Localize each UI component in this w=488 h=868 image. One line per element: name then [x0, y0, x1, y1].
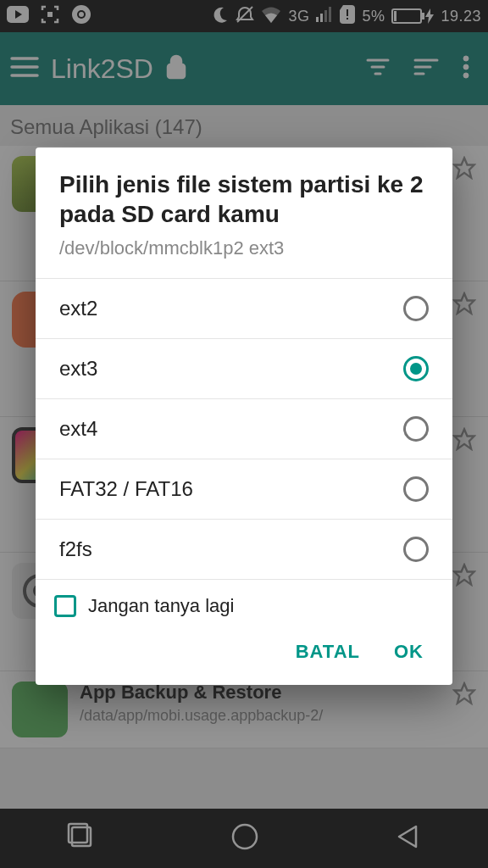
- option-fat[interactable]: FAT32 / FAT16: [36, 459, 452, 519]
- option-ext4[interactable]: ext4: [36, 398, 452, 459]
- option-label: ext3: [59, 357, 97, 381]
- option-list: ext2 ext3 ext4 FAT32 / FAT16 f2fs: [36, 268, 452, 579]
- radio-icon: [403, 476, 429, 502]
- option-f2fs[interactable]: f2fs: [36, 519, 452, 579]
- radio-icon: [403, 356, 429, 381]
- option-label: FAT32 / FAT16: [59, 477, 193, 501]
- checkbox-icon: [54, 595, 76, 617]
- option-ext2[interactable]: ext2: [36, 278, 452, 338]
- option-label: ext2: [59, 297, 97, 320]
- ok-button[interactable]: OK: [394, 641, 424, 663]
- radio-icon: [403, 416, 429, 442]
- dialog-subtitle: /dev/block/mmcblk1p2 ext3: [59, 237, 429, 259]
- radio-icon: [403, 296, 429, 321]
- radio-icon: [403, 537, 429, 562]
- option-label: f2fs: [59, 537, 92, 561]
- option-label: ext4: [59, 417, 97, 441]
- cancel-button[interactable]: BATAL: [296, 641, 360, 663]
- option-ext3[interactable]: ext3: [36, 338, 452, 398]
- filesystem-dialog: Pilih jenis file sistem partisi ke 2 pad…: [36, 147, 452, 685]
- dialog-title: Pilih jenis file sistem partisi ke 2 pad…: [59, 170, 429, 229]
- checkbox-label: Jangan tanya lagi: [88, 595, 234, 617]
- dont-ask-again[interactable]: Jangan tanya lagi: [36, 579, 452, 622]
